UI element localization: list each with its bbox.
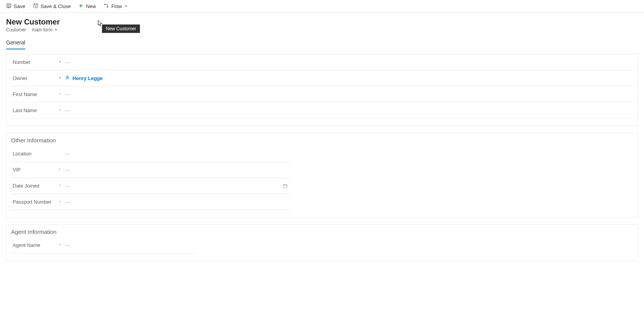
field-label: Date Joined [11, 183, 57, 189]
section-title: Agent Information [7, 225, 637, 237]
person-icon [65, 75, 70, 82]
form-selector[interactable]: main form [32, 27, 58, 33]
svg-point-3 [105, 4, 106, 5]
form-header: New Customer Customer · main form New Cu… [0, 13, 644, 33]
required-indicator: * [57, 184, 62, 188]
form-content: Number * --- Owner * Henry Legge First N… [0, 49, 644, 272]
svg-rect-6 [283, 184, 287, 188]
flow-button[interactable]: Flow [100, 0, 131, 13]
field-first-name[interactable]: First Name * --- [11, 87, 633, 103]
owner-name: Henry Legge [72, 75, 103, 81]
section-general: Number * --- Owner * Henry Legge First N… [6, 54, 638, 126]
field-value[interactable]: --- [62, 183, 279, 189]
chevron-down-icon [54, 27, 58, 33]
save-icon [6, 3, 12, 10]
field-label: Passport Number [11, 199, 57, 205]
required-indicator: * [57, 243, 62, 248]
field-agent-name[interactable]: Agent Name * --- [11, 237, 195, 253]
flow-icon [104, 3, 109, 10]
new-label: New [86, 3, 96, 9]
save-label: Save [14, 3, 25, 9]
required-indicator: * [57, 168, 62, 172]
field-label: Agent Name [11, 242, 57, 248]
required-indicator: * [57, 108, 62, 113]
svg-rect-1 [8, 6, 10, 8]
section-title: Other Information [7, 133, 637, 146]
section-other-information: Other Information Location --- VIP * ---… [6, 133, 638, 217]
tab-list: General [0, 33, 644, 49]
new-button[interactable]: New [74, 0, 100, 13]
required-indicator: * [57, 92, 62, 97]
calendar-icon[interactable] [279, 183, 291, 189]
field-passport-number[interactable]: Passport Number * --- [11, 194, 291, 210]
field-label: Owner [11, 75, 57, 81]
required-indicator: * [57, 60, 62, 65]
field-label: First Name [11, 91, 57, 97]
tab-general[interactable]: General [6, 38, 25, 49]
field-label: Number [11, 59, 57, 65]
field-value[interactable]: --- [62, 199, 291, 205]
field-value[interactable]: --- [62, 108, 633, 113]
svg-rect-2 [33, 4, 38, 8]
separator-dot: · [28, 27, 30, 33]
field-last-name[interactable]: Last Name * --- [11, 103, 633, 119]
required-indicator: * [57, 200, 62, 204]
save-close-label: Save & Close [41, 3, 71, 9]
save-close-button[interactable]: Save & Close [29, 0, 75, 13]
owner-lookup-value[interactable]: Henry Legge [62, 75, 633, 82]
field-value[interactable]: --- [62, 242, 195, 248]
entity-name: Customer [6, 27, 26, 33]
field-label: Location [11, 151, 57, 157]
field-number[interactable]: Number * --- [11, 54, 633, 70]
save-close-icon [33, 3, 38, 10]
form-name-label: main form [32, 27, 52, 33]
flow-label: Flow [111, 3, 122, 9]
svg-point-4 [107, 7, 108, 8]
svg-rect-0 [7, 4, 11, 8]
field-value[interactable]: --- [62, 151, 291, 157]
plus-icon [78, 3, 84, 10]
field-label: VIP [11, 167, 57, 173]
field-date-joined[interactable]: Date Joined * --- [11, 178, 291, 194]
field-value[interactable]: --- [62, 167, 291, 173]
chevron-down-icon [124, 3, 128, 9]
save-button[interactable]: Save [2, 0, 29, 13]
field-value[interactable]: --- [62, 59, 633, 65]
command-bar: Save Save & Close New Flow [0, 0, 644, 13]
field-owner[interactable]: Owner * Henry Legge [11, 70, 633, 87]
section-agent-information: Agent Information Agent Name * --- [6, 224, 638, 261]
field-label: Last Name [11, 108, 57, 113]
svg-point-5 [67, 76, 68, 78]
field-vip[interactable]: VIP * --- [11, 162, 291, 178]
field-value[interactable]: --- [62, 91, 633, 97]
title-tooltip: New Customer [102, 24, 140, 33]
field-location[interactable]: Location --- [11, 146, 291, 162]
required-indicator: * [57, 76, 62, 81]
